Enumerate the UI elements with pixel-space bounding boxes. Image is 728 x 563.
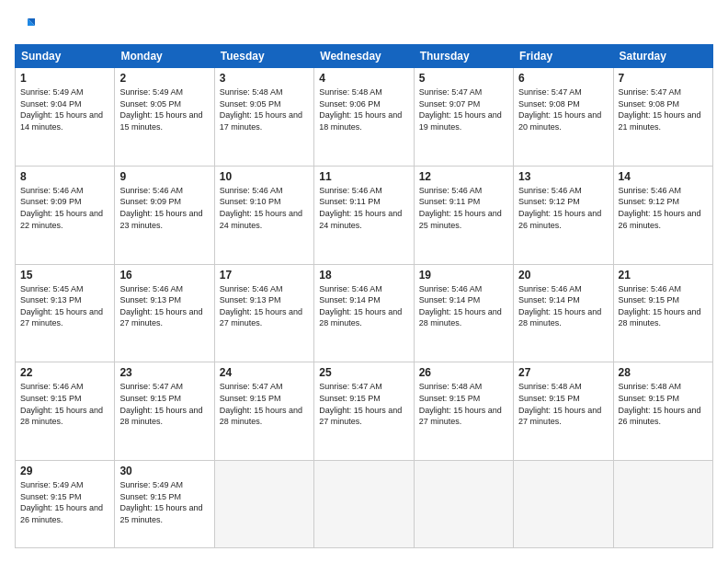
day-number: 26 — [419, 366, 508, 379]
day-number: 4 — [319, 72, 408, 85]
calendar-cell: 7 Sunrise: 5:47 AMSunset: 9:08 PMDayligh… — [613, 68, 712, 167]
day-info: Sunrise: 5:46 AMSunset: 9:14 PMDaylight:… — [319, 283, 408, 329]
calendar-cell: 16 Sunrise: 5:46 AMSunset: 9:13 PMDaylig… — [115, 264, 214, 362]
calendar-page: SundayMondayTuesdayWednesdayThursdayFrid… — [0, 0, 728, 563]
calendar-cell: 29 Sunrise: 5:49 AMSunset: 9:15 PMDaylig… — [16, 461, 115, 548]
calendar-cell: 30 Sunrise: 5:49 AMSunset: 9:15 PMDaylig… — [115, 461, 214, 548]
day-number: 21 — [619, 269, 708, 282]
logo — [15, 15, 39, 35]
calendar-cell — [514, 461, 613, 548]
calendar-cell: 13 Sunrise: 5:46 AMSunset: 9:12 PMDaylig… — [514, 166, 613, 264]
calendar-cell — [414, 461, 513, 548]
day-info: Sunrise: 5:49 AMSunset: 9:15 PMDaylight:… — [20, 479, 109, 525]
day-number: 2 — [119, 72, 209, 85]
day-info: Sunrise: 5:48 AMSunset: 9:15 PMDaylight:… — [518, 381, 608, 427]
day-info: Sunrise: 5:47 AMSunset: 9:08 PMDaylight:… — [518, 86, 608, 132]
day-number: 25 — [319, 366, 408, 379]
weekday-header-wednesday: Wednesday — [314, 45, 414, 68]
calendar-cell: 2 Sunrise: 5:49 AMSunset: 9:05 PMDayligh… — [115, 68, 214, 167]
day-info: Sunrise: 5:46 AMSunset: 9:15 PMDaylight:… — [619, 283, 708, 329]
calendar-table: SundayMondayTuesdayWednesdayThursdayFrid… — [15, 44, 713, 548]
day-info: Sunrise: 5:48 AMSunset: 9:05 PMDaylight:… — [220, 86, 309, 132]
day-info: Sunrise: 5:46 AMSunset: 9:13 PMDaylight:… — [119, 283, 209, 329]
calendar-cell: 28 Sunrise: 5:48 AMSunset: 9:15 PMDaylig… — [613, 362, 712, 461]
calendar-cell: 27 Sunrise: 5:48 AMSunset: 9:15 PMDaylig… — [514, 362, 613, 461]
calendar-cell: 14 Sunrise: 5:46 AMSunset: 9:12 PMDaylig… — [613, 166, 712, 264]
day-info: Sunrise: 5:46 AMSunset: 9:11 PMDaylight:… — [419, 185, 508, 231]
calendar-cell: 9 Sunrise: 5:46 AMSunset: 9:09 PMDayligh… — [115, 166, 214, 264]
weekday-header-thursday: Thursday — [414, 45, 513, 68]
day-number: 9 — [119, 170, 209, 183]
day-info: Sunrise: 5:48 AMSunset: 9:06 PMDaylight:… — [319, 86, 408, 132]
calendar-cell: 3 Sunrise: 5:48 AMSunset: 9:05 PMDayligh… — [214, 68, 313, 167]
calendar-cell: 17 Sunrise: 5:46 AMSunset: 9:13 PMDaylig… — [214, 264, 313, 362]
day-number: 29 — [20, 465, 109, 477]
calendar-cell — [613, 461, 712, 548]
calendar-row-1: 1 Sunrise: 5:49 AMSunset: 9:04 PMDayligh… — [16, 68, 713, 167]
day-info: Sunrise: 5:46 AMSunset: 9:12 PMDaylight:… — [518, 185, 608, 231]
day-info: Sunrise: 5:46 AMSunset: 9:15 PMDaylight:… — [20, 381, 109, 427]
weekday-header-row: SundayMondayTuesdayWednesdayThursdayFrid… — [16, 45, 713, 68]
day-info: Sunrise: 5:46 AMSunset: 9:14 PMDaylight:… — [518, 283, 608, 329]
day-number: 18 — [319, 269, 408, 282]
calendar-cell: 12 Sunrise: 5:46 AMSunset: 9:11 PMDaylig… — [414, 166, 513, 264]
day-info: Sunrise: 5:49 AMSunset: 9:05 PMDaylight:… — [119, 86, 209, 132]
day-number: 6 — [518, 72, 608, 85]
calendar-cell: 8 Sunrise: 5:46 AMSunset: 9:09 PMDayligh… — [16, 166, 115, 264]
calendar-cell: 11 Sunrise: 5:46 AMSunset: 9:11 PMDaylig… — [314, 166, 414, 264]
weekday-header-friday: Friday — [514, 45, 613, 68]
calendar-cell: 1 Sunrise: 5:49 AMSunset: 9:04 PMDayligh… — [16, 68, 115, 167]
day-number: 5 — [419, 72, 508, 85]
day-number: 19 — [419, 269, 508, 282]
calendar-row-3: 15 Sunrise: 5:45 AMSunset: 9:13 PMDaylig… — [16, 264, 713, 362]
day-number: 3 — [220, 72, 309, 85]
calendar-cell: 10 Sunrise: 5:46 AMSunset: 9:10 PMDaylig… — [214, 166, 313, 264]
calendar-cell: 20 Sunrise: 5:46 AMSunset: 9:14 PMDaylig… — [514, 264, 613, 362]
day-info: Sunrise: 5:47 AMSunset: 9:15 PMDaylight:… — [220, 381, 309, 427]
day-info: Sunrise: 5:47 AMSunset: 9:15 PMDaylight:… — [319, 381, 408, 427]
weekday-header-tuesday: Tuesday — [214, 45, 313, 68]
calendar-cell: 26 Sunrise: 5:48 AMSunset: 9:15 PMDaylig… — [414, 362, 513, 461]
day-info: Sunrise: 5:45 AMSunset: 9:13 PMDaylight:… — [20, 283, 109, 329]
calendar-cell: 15 Sunrise: 5:45 AMSunset: 9:13 PMDaylig… — [16, 264, 115, 362]
day-number: 13 — [518, 170, 608, 183]
day-number: 10 — [220, 170, 309, 183]
day-number: 30 — [119, 465, 209, 477]
calendar-cell: 18 Sunrise: 5:46 AMSunset: 9:14 PMDaylig… — [314, 264, 414, 362]
calendar-row-4: 22 Sunrise: 5:46 AMSunset: 9:15 PMDaylig… — [16, 362, 713, 461]
logo-icon — [15, 15, 35, 35]
day-info: Sunrise: 5:48 AMSunset: 9:15 PMDaylight:… — [419, 381, 508, 427]
day-number: 14 — [619, 170, 708, 183]
calendar-cell: 19 Sunrise: 5:46 AMSunset: 9:14 PMDaylig… — [414, 264, 513, 362]
day-info: Sunrise: 5:47 AMSunset: 9:07 PMDaylight:… — [419, 86, 508, 132]
calendar-cell: 22 Sunrise: 5:46 AMSunset: 9:15 PMDaylig… — [16, 362, 115, 461]
day-info: Sunrise: 5:46 AMSunset: 9:14 PMDaylight:… — [419, 283, 508, 329]
day-number: 16 — [119, 269, 209, 282]
weekday-header-sunday: Sunday — [16, 45, 115, 68]
day-number: 23 — [119, 366, 209, 379]
calendar-cell — [314, 461, 414, 548]
day-info: Sunrise: 5:46 AMSunset: 9:12 PMDaylight:… — [619, 185, 708, 231]
day-number: 27 — [518, 366, 608, 379]
day-number: 24 — [220, 366, 309, 379]
header — [15, 15, 713, 35]
day-info: Sunrise: 5:49 AMSunset: 9:15 PMDaylight:… — [119, 479, 209, 525]
day-info: Sunrise: 5:49 AMSunset: 9:04 PMDaylight:… — [20, 86, 109, 132]
day-info: Sunrise: 5:47 AMSunset: 9:08 PMDaylight:… — [619, 86, 708, 132]
weekday-header-saturday: Saturday — [613, 45, 712, 68]
day-number: 17 — [220, 269, 309, 282]
day-number: 22 — [20, 366, 109, 379]
day-info: Sunrise: 5:46 AMSunset: 9:09 PMDaylight:… — [20, 185, 109, 231]
day-number: 7 — [619, 72, 708, 85]
day-info: Sunrise: 5:46 AMSunset: 9:11 PMDaylight:… — [319, 185, 408, 231]
calendar-cell: 24 Sunrise: 5:47 AMSunset: 9:15 PMDaylig… — [214, 362, 313, 461]
calendar-row-2: 8 Sunrise: 5:46 AMSunset: 9:09 PMDayligh… — [16, 166, 713, 264]
calendar-cell: 4 Sunrise: 5:48 AMSunset: 9:06 PMDayligh… — [314, 68, 414, 167]
calendar-cell: 23 Sunrise: 5:47 AMSunset: 9:15 PMDaylig… — [115, 362, 214, 461]
weekday-header-monday: Monday — [115, 45, 214, 68]
day-number: 8 — [20, 170, 109, 183]
day-info: Sunrise: 5:46 AMSunset: 9:09 PMDaylight:… — [119, 185, 209, 231]
day-number: 1 — [20, 72, 109, 85]
day-info: Sunrise: 5:46 AMSunset: 9:10 PMDaylight:… — [220, 185, 309, 231]
day-number: 20 — [518, 269, 608, 282]
